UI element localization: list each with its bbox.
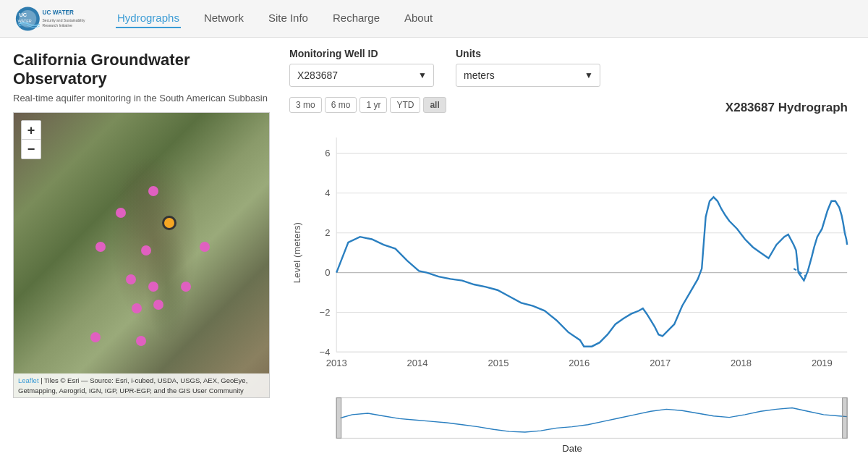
map-container[interactable]: + − Leaflet | Tiles © Esri — Source: Esr… xyxy=(13,112,270,398)
chart-title: X283687 Hydrograph xyxy=(446,101,855,115)
svg-text:2017: 2017 xyxy=(650,358,671,368)
well-dot[interactable] xyxy=(90,332,101,342)
svg-text:4: 4 xyxy=(325,187,330,198)
leaflet-link[interactable]: Leaflet xyxy=(18,376,39,384)
time-buttons: 3 mo 6 mo 1 yr YTD all xyxy=(289,97,446,113)
time-ytd[interactable]: YTD xyxy=(390,97,420,113)
time-6mo[interactable]: 6 mo xyxy=(325,97,357,113)
nav-hydrographs[interactable]: Hydrographs xyxy=(116,9,181,28)
well-id-dropdown[interactable]: X283687 xyxy=(289,64,434,87)
well-dot[interactable] xyxy=(116,208,126,218)
zoom-in-button[interactable]: + xyxy=(22,121,41,140)
right-panel: Monitoring Well ID X283687 ▼ Units meter… xyxy=(282,38,868,456)
well-dot[interactable] xyxy=(200,242,210,252)
main-chart: −4 −2 0 2 4 6 2013 2014 2015 2016 2017 2… xyxy=(289,122,855,392)
svg-text:−2: −2 xyxy=(320,307,331,318)
svg-text:2015: 2015 xyxy=(488,358,509,368)
x-axis-label: Date xyxy=(289,443,855,454)
page-subtitle: Real-time aquifer monitoring in the Sout… xyxy=(13,93,269,104)
svg-text:Security and Sustainability: Security and Sustainability xyxy=(43,17,85,22)
mini-chart-svg xyxy=(289,394,855,442)
main-content: California Groundwater Observatory Real-… xyxy=(0,38,868,456)
well-dot[interactable] xyxy=(148,186,158,196)
chart-header-row: 3 mo 6 mo 1 yr YTD all X283687 Hydrograp… xyxy=(289,97,855,119)
svg-text:2013: 2013 xyxy=(326,358,347,368)
time-1yr[interactable]: 1 yr xyxy=(359,97,387,113)
controls-row: Monitoring Well ID X283687 ▼ Units meter… xyxy=(289,48,855,87)
time-3mo[interactable]: 3 mo xyxy=(289,97,322,113)
zoom-out-button[interactable]: − xyxy=(22,140,41,159)
main-nav: Hydrographs Network Site Info Recharge A… xyxy=(116,9,434,28)
svg-text:0: 0 xyxy=(325,267,330,278)
svg-text:−4: −4 xyxy=(320,347,331,358)
units-dropdown-wrapper: metersfeet ▼ xyxy=(456,64,600,87)
well-dot[interactable] xyxy=(153,300,163,310)
nav-network[interactable]: Network xyxy=(203,9,245,28)
units-dropdown[interactable]: metersfeet xyxy=(456,64,600,87)
svg-text:Research Initiative: Research Initiative xyxy=(43,23,73,28)
svg-text:UC: UC xyxy=(19,12,27,18)
page-title: California Groundwater Observatory xyxy=(13,51,269,88)
svg-rect-30 xyxy=(336,398,847,439)
selected-well-dot[interactable] xyxy=(162,216,176,230)
nav-recharge[interactable]: Recharge xyxy=(331,9,381,28)
svg-text:6: 6 xyxy=(325,148,330,159)
well-id-control: Monitoring Well ID X283687 ▼ xyxy=(289,48,434,87)
logo-area: UC WATER UC WATER Security and Sustainab… xyxy=(14,5,94,33)
units-label: Units xyxy=(456,48,600,59)
svg-rect-31 xyxy=(336,398,341,439)
left-panel: California Groundwater Observatory Real-… xyxy=(0,38,282,456)
well-dot[interactable] xyxy=(148,282,158,292)
map-overlay xyxy=(14,113,269,397)
main-chart-svg: −4 −2 0 2 4 6 2013 2014 2015 2016 2017 2… xyxy=(289,122,855,392)
well-id-label: Monitoring Well ID xyxy=(289,48,434,59)
well-dot[interactable] xyxy=(95,242,106,252)
well-dot[interactable] xyxy=(136,336,146,346)
nav-site-info[interactable]: Site Info xyxy=(267,9,310,28)
ucwater-logo: UC WATER UC WATER Security and Sustainab… xyxy=(14,5,94,33)
svg-text:2014: 2014 xyxy=(407,358,428,368)
svg-text:2: 2 xyxy=(325,227,330,238)
well-id-dropdown-wrapper: X283687 ▼ xyxy=(289,64,434,87)
nav-about[interactable]: About xyxy=(403,9,434,28)
svg-text:UC WATER: UC WATER xyxy=(43,9,74,16)
svg-text:2019: 2019 xyxy=(812,358,833,368)
well-dot[interactable] xyxy=(181,282,191,292)
attribution-text: | Tiles © Esri — Source: Esri, i-cubed, … xyxy=(18,376,247,394)
units-control: Units metersfeet ▼ xyxy=(456,48,600,87)
well-dot[interactable] xyxy=(132,303,142,313)
mini-chart[interactable] xyxy=(289,394,855,442)
map-attribution: Leaflet | Tiles © Esri — Source: Esri, i… xyxy=(14,373,269,397)
svg-text:2018: 2018 xyxy=(731,358,752,368)
svg-text:2016: 2016 xyxy=(569,358,590,368)
time-all[interactable]: all xyxy=(423,97,446,113)
svg-rect-32 xyxy=(843,398,848,439)
well-dot[interactable] xyxy=(126,274,136,284)
well-dot[interactable] xyxy=(141,245,151,256)
svg-text:Level (meters): Level (meters) xyxy=(292,222,302,283)
map-zoom-controls: + − xyxy=(21,120,41,159)
header: UC WATER UC WATER Security and Sustainab… xyxy=(0,0,868,38)
chart-area: 3 mo 6 mo 1 yr YTD all X283687 Hydrograp… xyxy=(289,97,855,454)
